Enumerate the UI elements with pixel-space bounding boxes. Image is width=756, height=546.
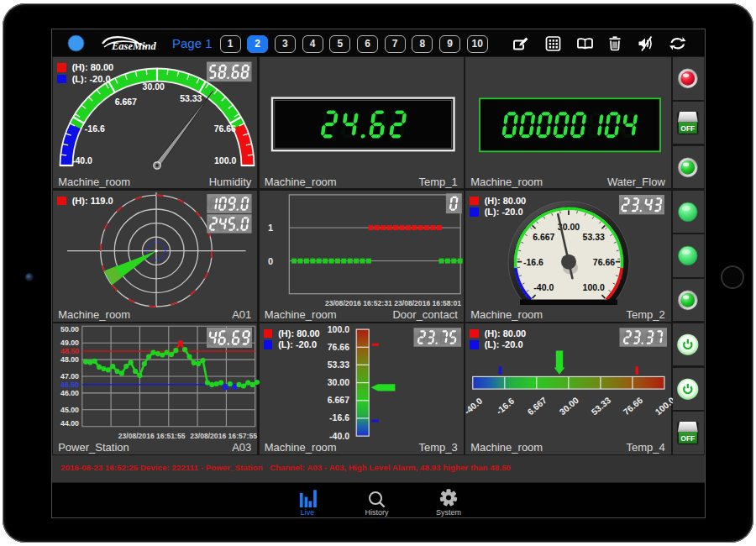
- svg-text:6.667: 6.667: [525, 395, 549, 417]
- svg-text:OFF: OFF: [680, 434, 695, 443]
- svg-text:76.66: 76.66: [327, 342, 349, 352]
- svg-text:6.667: 6.667: [327, 395, 349, 405]
- svg-text:23/08/2016 16:58:01: 23/08/2016 16:58:01: [394, 299, 461, 307]
- svg-text:OFF: OFF: [680, 124, 695, 133]
- svg-text:23/08/2016 16:52:31: 23/08/2016 16:52:31: [325, 299, 392, 307]
- svg-text:1: 1: [268, 223, 273, 233]
- svg-text:76.66: 76.66: [214, 123, 236, 134]
- svg-text:6.667: 6.667: [115, 97, 137, 107]
- svg-text:47.00: 47.00: [60, 372, 79, 381]
- svg-text:-16.6: -16.6: [329, 412, 349, 423]
- svg-text:30.00: 30.00: [557, 395, 580, 417]
- svg-text:-40.0: -40.0: [465, 396, 484, 417]
- svg-text:45.00: 45.00: [60, 406, 79, 414]
- svg-text:48.00: 48.00: [60, 355, 79, 364]
- svg-text:53.33: 53.33: [327, 360, 349, 370]
- svg-text:44.00: 44.00: [60, 419, 79, 428]
- svg-text:30.00: 30.00: [327, 377, 349, 387]
- svg-text:-40.0: -40.0: [534, 281, 554, 291]
- svg-text:23/08/2016 16:57:55: 23/08/2016 16:57:55: [190, 431, 257, 439]
- svg-text:76.66: 76.66: [622, 395, 645, 417]
- svg-text:100.0: 100.0: [654, 395, 674, 417]
- svg-text:53.33: 53.33: [590, 395, 613, 417]
- svg-text:100.0: 100.0: [214, 155, 236, 165]
- svg-text:-16.6: -16.6: [494, 396, 516, 417]
- svg-text:46.00: 46.00: [60, 389, 79, 397]
- svg-text:0: 0: [268, 255, 273, 265]
- svg-text:53.33: 53.33: [583, 232, 605, 242]
- svg-text:50.00: 50.00: [60, 325, 79, 333]
- svg-text:53.33: 53.33: [180, 93, 202, 103]
- svg-text:49.00: 49.00: [60, 339, 79, 347]
- svg-text:-40.0: -40.0: [72, 156, 92, 166]
- svg-text:Live: Live: [301, 508, 315, 517]
- svg-text:48.50: 48.50: [60, 347, 79, 355]
- svg-text:History: History: [365, 508, 390, 517]
- svg-text:23/08/2016 16:51:55: 23/08/2016 16:51:55: [118, 431, 186, 439]
- svg-text:100.0: 100.0: [327, 323, 349, 333]
- svg-text:76.66: 76.66: [593, 256, 615, 266]
- svg-text:30.00: 30.00: [143, 82, 165, 92]
- svg-text:46.50: 46.50: [60, 381, 79, 389]
- svg-text:-40.0: -40.0: [329, 430, 349, 440]
- svg-text:100.0: 100.0: [583, 281, 605, 291]
- svg-text:-16.6: -16.6: [523, 256, 543, 266]
- svg-text:6.667: 6.667: [533, 232, 554, 242]
- svg-text:System: System: [436, 508, 461, 517]
- svg-text:-16.6: -16.6: [85, 123, 105, 134]
